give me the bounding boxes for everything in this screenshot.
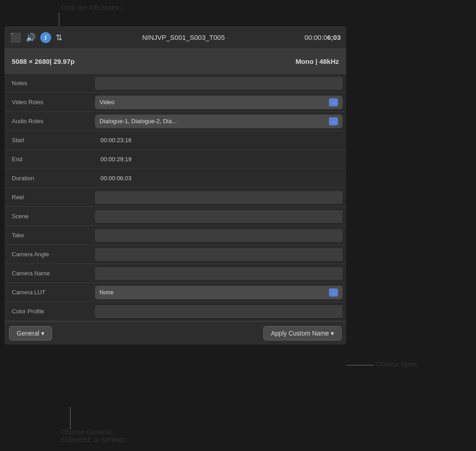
prop-label-camera-angle: Camera Angle: [5, 247, 95, 261]
prop-label-reel: Reel: [5, 190, 95, 204]
framerate: | 29.97p: [50, 58, 75, 65]
prop-row-start: Start 00:00:23;16: [5, 131, 346, 150]
prop-label-end: End: [5, 152, 95, 166]
panel-footer: General ▾ Apply Custom Name ▾: [5, 321, 346, 345]
properties-table: Notes Video Roles Video ⌄ Audio Roles Di…: [5, 74, 346, 321]
prop-value-start: 00:00:23;16: [95, 133, 346, 147]
prop-label-video-roles: Video Roles: [5, 95, 95, 109]
apply-custom-name-button[interactable]: Apply Custom Name ▾: [263, 326, 342, 341]
film-icon[interactable]: ⬛: [10, 32, 21, 43]
timecode-bold: 6;03: [327, 34, 341, 41]
timecode: 00:00:06;03: [305, 34, 341, 41]
video-roles-chevron: ⌄: [329, 98, 338, 106]
prop-label-camera-name: Camera Name: [5, 266, 95, 280]
toolbar: ⬛ 🔊 i ⇅ NINJVP_S001_S003_T005 00:00:06;0…: [5, 26, 346, 49]
annotation-bottom-line2: Extended, or Settings.: [61, 436, 128, 443]
main-panel: ⬛ 🔊 i ⇅ NINJVP_S001_S003_T005 00:00:06;0…: [5, 26, 346, 345]
prop-value-color-profile[interactable]: [95, 305, 343, 318]
prop-label-start: Start: [5, 133, 95, 147]
prop-row-camera-angle: Camera Angle: [5, 245, 346, 264]
prop-label-duration: Duration: [5, 171, 95, 185]
prop-dropdown-video-roles[interactable]: Video ⌄: [95, 96, 343, 109]
prop-value-scene[interactable]: [95, 210, 343, 223]
prop-dropdown-audio-roles[interactable]: Dialogue-1, Dialogue-2, Dia... ⌄: [95, 115, 343, 128]
resolution-info: 5088 × 2680| 29.97p: [12, 58, 75, 65]
video-roles-value: Video: [100, 99, 114, 106]
prop-value-camera-name[interactable]: [95, 267, 343, 280]
prop-value-take[interactable]: [95, 229, 343, 242]
prop-row-camera-name: Camera Name: [5, 264, 346, 283]
prop-row-video-roles: Video Roles Video ⌄: [5, 93, 346, 112]
prop-value-reel[interactable]: [95, 191, 343, 204]
prop-label-take: Take: [5, 228, 95, 242]
prop-row-notes: Notes: [5, 74, 346, 93]
prop-row-duration: Duration 00:00:06;03: [5, 169, 346, 188]
prop-row-reel: Reel: [5, 188, 346, 207]
info-bar: 5088 × 2680| 29.97p Mono | 48kHz: [5, 49, 346, 74]
annotation-right: Choose None.: [376, 360, 419, 368]
audio-info: Mono | 48kHz: [295, 58, 339, 65]
prop-label-camera-lut: Camera LUT: [5, 285, 95, 299]
info-button[interactable]: i: [40, 32, 51, 43]
export-icon[interactable]: ⇅: [56, 33, 62, 43]
audio-roles-chevron: ⌄: [329, 117, 338, 125]
prop-value-camera-angle[interactable]: [95, 248, 343, 261]
prop-row-color-profile: Color Profile: [5, 302, 346, 321]
general-button[interactable]: General ▾: [9, 326, 52, 341]
audio-icon[interactable]: 🔊: [26, 33, 36, 43]
clip-title: NINJVP_S001_S003_T005: [67, 34, 300, 41]
camera-lut-chevron: ⌄: [329, 288, 338, 297]
prop-label-color-profile: Color Profile: [5, 304, 95, 318]
resolution: 5088 × 2680: [12, 58, 50, 65]
annotation-bottom-left: Choose General, Extended, or Settings.: [61, 428, 128, 443]
prop-row-take: Take: [5, 226, 346, 245]
prop-label-notes: Notes: [5, 76, 95, 90]
prop-value-duration: 00:00:06;03: [95, 171, 346, 185]
prop-row-end: End 00:00:29;19: [5, 150, 346, 169]
prop-row-camera-lut: Camera LUT None ⌄: [5, 283, 346, 302]
annotation-line-v2: [70, 407, 71, 429]
timecode-prefix: 00:00:0: [305, 34, 327, 41]
prop-dropdown-camera-lut[interactable]: None ⌄: [95, 286, 343, 299]
prop-row-audio-roles: Audio Roles Dialogue-1, Dialogue-2, Dia.…: [5, 112, 346, 131]
prop-row-scene: Scene: [5, 207, 346, 226]
annotation-bottom-line1: Choose General,: [61, 428, 112, 436]
annotation-top: Click the Info button.: [61, 4, 123, 11]
prop-value-notes[interactable]: [95, 77, 343, 90]
audio-roles-value: Dialogue-1, Dialogue-2, Dia...: [100, 118, 177, 125]
camera-lut-value: None: [100, 289, 114, 296]
prop-label-audio-roles: Audio Roles: [5, 114, 95, 128]
prop-label-scene: Scene: [5, 209, 95, 223]
callout-line-camera-lut: [347, 365, 374, 365]
prop-value-end: 00:00:29;19: [95, 152, 346, 166]
